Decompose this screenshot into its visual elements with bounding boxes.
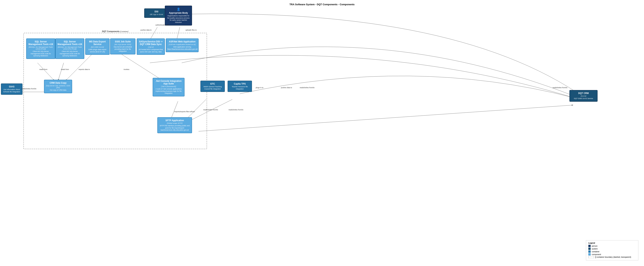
diagram-title: TRA Software System - DQT Components - C… — [0, 2, 644, 7]
legend-container: container — [588, 250, 636, 253]
invokes-label: invokes — [124, 68, 130, 70]
aspnet-subtitle: [ASP.net 4 application hosted on iis] — [167, 44, 197, 45]
crm-data-copy-title: CRM Data Copy — [46, 82, 70, 84]
ms-data-export-node: MS Data Export Service [MS D365 SAAS] D3… — [85, 39, 110, 55]
crm-data-copy-desc: Hot copy of CRM data — [46, 89, 70, 91]
dotnet-console-subtitle: [.Net 4 (framework)] — [154, 86, 183, 87]
dqt-crm-title: DQT CRM — [571, 92, 596, 94]
sql-v18-subtitle: [MSSQL Svr Management Tools v2018 (Prod)… — [28, 46, 54, 50]
reads-writes-sftp: reads/writes from/to — [300, 87, 314, 89]
legend: Legend person system container component… — [586, 240, 638, 260]
gtc-title: GTC — [202, 83, 223, 85]
legend-title: Legend — [588, 242, 636, 244]
dotnet-console-node: .Net Console Integration App Suite [.Net… — [153, 78, 184, 96]
sql-v18-node: SQL Server Management Tools v18 [MSSQL S… — [26, 39, 55, 59]
sql-v16-node: SQL Server Management Tools v16 [MSSQL S… — [55, 39, 84, 59]
sql-v16-desc: Client MS SQLServer management tools sui… — [57, 50, 83, 57]
gias-desc: Get Information About Schools file integ… — [2, 89, 21, 93]
dsi-title: DSI — [146, 10, 167, 13]
reads-writes-gias: reads/writes from/to — [22, 88, 36, 90]
gtc-node: GTC Welsh General Teaching Council file … — [200, 81, 225, 92]
ms-data-export-desc: D365 plugin data export service [End Of … — [87, 49, 108, 53]
gtc-desc: Welsh General Teaching Council file inte… — [202, 86, 223, 90]
uploads-files-label: uploads files to — [186, 29, 197, 31]
imports-exports-files: imports/exports files to/from — [174, 111, 195, 112]
ms-data-export-title: MS Data Export Service — [87, 40, 108, 46]
dotnet-console-title: .Net Console Integration App Suite — [154, 80, 183, 85]
crm-data-copy-subtitle: [SQLServer SQL instance, SSIS jobs] — [46, 85, 70, 89]
dqt-crm-subtitle: [SAAS] — [571, 95, 596, 97]
sasync-desc: IIS hosted WCF component that syncs DSI … — [138, 49, 163, 53]
boundary-label: DQT Components [Container] — [102, 30, 128, 33]
exports-data-to: exports data to — [79, 68, 90, 70]
sql-v18-desc: Client MS SQLServer management tools sui… — [28, 50, 54, 57]
capita-tps-title: Capita TPS — [229, 83, 250, 85]
sftp-subtitle: [Global scape SFTP] — [159, 122, 190, 124]
reads-writes-dqt: reads/writes from/to — [552, 87, 568, 89]
pushes-data-to-2: pushes data to — [281, 87, 292, 89]
legend-boundary: [] container boundary (dashed, transpare… — [588, 256, 636, 258]
svg-line-12 — [198, 105, 573, 131]
crm-data-copy-node: CRM Data Copy [SQLServer SQL instance, S… — [44, 80, 72, 93]
dqt-crm-desc: DQT D365 SAAS Service — [571, 97, 596, 100]
appropriate-body-title: Appropriate Body — [166, 12, 190, 14]
ms-data-export-subtitle: [MS D365 SAAS] — [87, 46, 108, 48]
gias-node: GIAS Get Information About Schools file … — [1, 83, 22, 95]
capita-tps-desc: Teacher Pensions file integration — [229, 86, 250, 90]
aspnet-desc: Web application serving https://teachers… — [167, 46, 197, 50]
dsi-subtitle: DfE Sign In IDAM — [146, 14, 167, 15]
sasync-node: SASyncService DSI -> DQT CRM Data Sync [… — [137, 39, 165, 55]
reads-from-1: reads from — [39, 68, 48, 70]
sql-v18-title: SQL Server Management Tools v18 — [28, 40, 54, 46]
appropriate-body-desc: Organisations responsible for the qualit… — [166, 15, 190, 24]
sql-v16-title: SQL Server Management Tools v16 — [57, 40, 83, 46]
sasync-title: SASyncService DSI -> DQT CRM Data Sync — [138, 40, 163, 46]
aspnet-title: ASP.Net Web Application — [167, 40, 197, 43]
ssis-node: SSIS Job Suite [MS SQLServer SSIS] SQLSe… — [110, 39, 136, 54]
dqt-crm-node: DQT CRM [SAAS] DQT D365 SAAS Service — [570, 90, 598, 102]
ssis-desc: SQLServer job schedule providing batch f… — [112, 46, 134, 53]
sql-v16-subtitle: [MSSQL Svr Management Tools v2016 (Pre-P… — [57, 46, 83, 50]
legend-system: system — [588, 248, 636, 250]
aspnet-node: ASP.Net Web Application [ASP.net 4 appli… — [166, 39, 198, 52]
dotnet-console-desc: A suite of .Net console applications imp… — [154, 88, 183, 94]
appropriate-body-node: 👤 Appropriate Body Organisations respons… — [165, 6, 192, 26]
sasync-subtitle: [.Net 4] — [138, 46, 163, 48]
pushes-data-label: pushes data to — [140, 29, 152, 31]
ssis-subtitle: [MS SQLServer SSIS] — [112, 44, 134, 45]
sftp-title: SFTP Application — [159, 119, 190, 122]
reads-writes-gtc: reads/writes from/to — [203, 109, 218, 111]
reads-writes-capita: reads/writes from/to — [228, 109, 243, 111]
sftp-node: SFTP Application [Global scape SFTP] SFT… — [157, 117, 192, 133]
gias-title: GIAS — [2, 85, 21, 88]
diagram-container: TRA Software System - DQT Components - C… — [0, 0, 644, 266]
capita-tps-node: Capita TPS Teacher Pensions file integra… — [228, 81, 252, 92]
reads-from-2: reads from — [61, 68, 69, 70]
authenticates-label: authenticates with — [156, 24, 169, 26]
sftp-desc: SFTP File interface providing public end… — [159, 125, 190, 131]
ssis-title: SSIS Job Suite — [112, 40, 134, 43]
person-icon: 👤 — [166, 8, 190, 11]
plugs-in-to: plugs in to — [256, 87, 263, 89]
legend-component: component — [588, 253, 636, 255]
legend-person: person — [588, 245, 636, 247]
